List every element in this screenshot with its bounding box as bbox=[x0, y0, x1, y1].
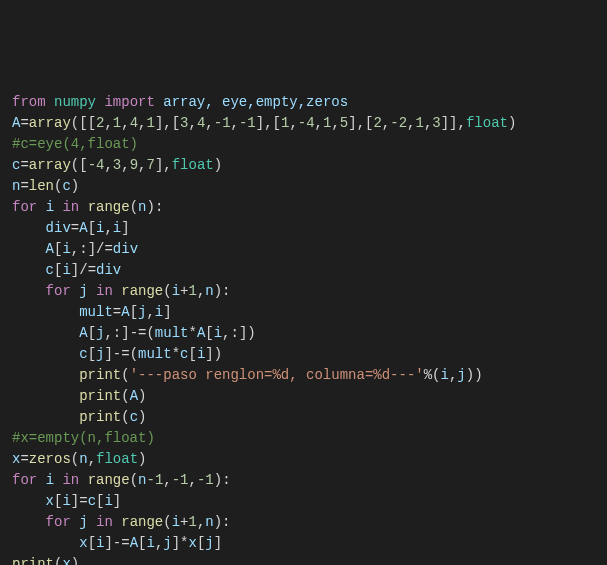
code-line-16: print(c) bbox=[12, 407, 595, 428]
code-line-19: for i in range(n-1,-1,-1): bbox=[12, 470, 595, 491]
code-line-6: for i in range(n): bbox=[12, 197, 595, 218]
code-line-22: x[i]-=A[i,j]*x[j] bbox=[12, 533, 595, 554]
code-line-21: for j in range(i+1,n): bbox=[12, 512, 595, 533]
code-editor[interactable]: from numpy import array, eye,empty,zeros… bbox=[12, 92, 595, 565]
keyword-from: from bbox=[12, 94, 46, 110]
code-line-10: for j in range(i+1,n): bbox=[12, 281, 595, 302]
import-names: array, eye,empty,zeros bbox=[155, 94, 348, 110]
code-line-4: c=array([-4,3,9,7],float) bbox=[12, 155, 595, 176]
code-line-5: n=len(c) bbox=[12, 176, 595, 197]
code-line-14: print('---paso renglon=%d, columna=%d---… bbox=[12, 365, 595, 386]
keyword-import: import bbox=[104, 94, 154, 110]
code-line-15: print(A) bbox=[12, 386, 595, 407]
module-numpy: numpy bbox=[54, 94, 96, 110]
code-line-11: mult=A[j,i] bbox=[12, 302, 595, 323]
code-line-13: c[j]-=(mult*c[i]) bbox=[12, 344, 595, 365]
code-line-2: A=array([[2,1,4,1],[3,4,-1,-1],[1,-4,1,5… bbox=[12, 113, 595, 134]
code-line-12: A[j,:]-=(mult*A[i,:]) bbox=[12, 323, 595, 344]
code-line-3-comment: #c=eye(4,float) bbox=[12, 134, 595, 155]
code-line-7: div=A[i,i] bbox=[12, 218, 595, 239]
code-line-9: c[i]/=div bbox=[12, 260, 595, 281]
code-line-8: A[i,:]/=div bbox=[12, 239, 595, 260]
code-line-23: print(x) bbox=[12, 554, 595, 565]
code-line-17-comment: #x=empty(n,float) bbox=[12, 428, 595, 449]
code-line-20: x[i]=c[i] bbox=[12, 491, 595, 512]
code-line-18: x=zeros(n,float) bbox=[12, 449, 595, 470]
code-line-1: from numpy import array, eye,empty,zeros bbox=[12, 92, 595, 113]
